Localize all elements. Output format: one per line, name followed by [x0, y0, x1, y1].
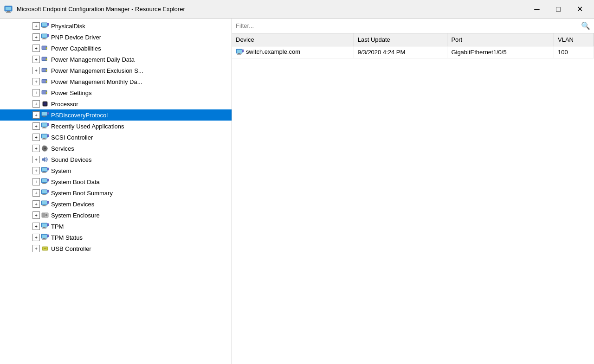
expand-button[interactable]: +	[32, 211, 40, 219]
tree-item-psdiscovery-protocol[interactable]: + PSDiscoveryProtocol	[0, 109, 232, 121]
svg-rect-108	[44, 248, 45, 249]
tree-item-system-enclosure[interactable]: + System Enclosure	[0, 210, 232, 221]
tree-item-label: PNP Device Driver	[51, 34, 101, 41]
svg-rect-95	[42, 224, 47, 227]
expand-button[interactable]: +	[32, 78, 40, 85]
tree-item-services[interactable]: + Services	[0, 143, 232, 154]
expand-button[interactable]: +	[32, 100, 40, 108]
svg-rect-53	[43, 127, 45, 128]
tree-item-label: System Devices	[51, 201, 94, 208]
tree-item-scsi-controller[interactable]: + SCSI Controller	[0, 132, 232, 143]
svg-rect-47	[43, 116, 45, 117]
filter-input[interactable]	[236, 22, 581, 29]
svg-rect-11	[42, 34, 47, 38]
svg-rect-88	[42, 206, 46, 206]
svg-rect-74	[42, 179, 47, 182]
tree-item-label: Power Management Monthly Da...	[51, 78, 142, 85]
close-button[interactable]: ✕	[569, 0, 590, 19]
tree-item-label: TPM	[51, 223, 64, 230]
tree-item-system-boot-summary[interactable]: + System Boot Summary	[0, 187, 232, 198]
computer-icon	[41, 111, 49, 119]
expand-button[interactable]: +	[32, 178, 40, 185]
expand-button[interactable]: +	[32, 167, 40, 174]
computer-icon	[41, 166, 49, 175]
tree-item-power-management-daily[interactable]: + Power Management Daily Data	[0, 54, 232, 65]
minimize-button[interactable]: ─	[526, 0, 548, 19]
computer-icon	[41, 178, 49, 186]
svg-rect-12	[43, 38, 45, 39]
expand-button[interactable]: +	[32, 223, 40, 230]
svg-rect-50	[48, 113, 49, 115]
tree-item-label: System	[51, 167, 71, 174]
expand-button[interactable]: +	[32, 122, 40, 130]
tree-item-processor[interactable]: + Processor	[0, 98, 232, 109]
svg-rect-56	[48, 124, 49, 126]
tree-item-usb-controller[interactable]: + USB Controller	[0, 243, 232, 254]
computer-icon	[41, 133, 49, 141]
expand-button[interactable]: +	[32, 67, 40, 74]
computer-icon	[41, 233, 49, 242]
svg-rect-103	[42, 239, 46, 240]
column-header-last_update: Last Update	[354, 33, 447, 46]
tree-item-system[interactable]: + System	[0, 165, 232, 176]
tree-item-label: Sound Devices	[51, 156, 91, 163]
svg-rect-46	[42, 112, 47, 115]
search-icon: 🔍	[581, 21, 590, 30]
svg-rect-5	[42, 23, 47, 26]
tree-item-system-devices[interactable]: + System Devices	[0, 198, 232, 210]
table-row[interactable]: switch.example.com9/3/2020 4:24 PMGigabi…	[232, 46, 594, 58]
tree-item-physical-disk[interactable]: + PhysicalDisk	[0, 20, 232, 32]
svg-rect-84	[48, 191, 49, 192]
svg-rect-6	[43, 27, 45, 28]
expand-button[interactable]: +	[32, 156, 40, 163]
svg-rect-9	[48, 24, 49, 26]
svg-point-93	[45, 214, 47, 216]
svg-rect-23	[42, 69, 46, 71]
expand-button[interactable]: +	[32, 111, 40, 119]
expand-button[interactable]: +	[32, 145, 40, 152]
usb-icon	[41, 244, 49, 253]
tree-item-label: System Boot Summary	[51, 190, 113, 197]
expand-button[interactable]: +	[32, 45, 40, 52]
svg-rect-111	[237, 50, 242, 53]
data-table[interactable]: DeviceLast UpdatePortVLAN switch.example…	[232, 33, 594, 364]
lightning-icon	[41, 77, 49, 86]
tree-item-power-capabilities[interactable]: + Power Capabilities	[0, 43, 232, 54]
main-container: + PhysicalDisk+ PNP Device Driver+ Power…	[0, 19, 594, 364]
svg-rect-112	[238, 53, 240, 54]
maximize-button[interactable]: □	[548, 0, 569, 19]
expand-button[interactable]: +	[32, 33, 40, 41]
tree-item-pnp-device-driver[interactable]: + PNP Device Driver	[0, 32, 232, 43]
svg-rect-97	[42, 228, 46, 229]
computer-icon	[41, 200, 49, 208]
svg-rect-2	[7, 11, 10, 12]
tree-item-power-settings[interactable]: + Power Settings	[0, 87, 232, 98]
expand-button[interactable]: +	[32, 200, 40, 208]
svg-rect-70	[42, 172, 46, 173]
tree-item-sound-devices[interactable]: + Sound Devices	[0, 154, 232, 165]
tree-item-label: Power Management Exclusion S...	[51, 67, 143, 74]
tree-item-tpm[interactable]: + TPM	[0, 221, 232, 232]
expand-button[interactable]: +	[32, 22, 40, 30]
tree-item-power-management-exclusion[interactable]: + Power Management Exclusion S...	[0, 65, 232, 76]
tree-item-tpm-status[interactable]: + TPM Status	[0, 232, 232, 243]
computer-icon	[41, 33, 49, 41]
computer-icon	[41, 189, 49, 197]
tree-item-system-boot-data[interactable]: + System Boot Data	[0, 176, 232, 187]
tree-scroll-area[interactable]: + PhysicalDisk+ PNP Device Driver+ Power…	[0, 19, 232, 364]
expand-button[interactable]: +	[32, 56, 40, 63]
tree-item-power-management-monthly[interactable]: + Power Management Monthly Da...	[0, 76, 232, 87]
sound-icon	[41, 155, 49, 164]
svg-rect-72	[48, 168, 49, 170]
enclosure-icon	[41, 211, 49, 219]
lightning-icon	[41, 89, 49, 97]
tree-item-label: TPM Status	[51, 234, 83, 241]
window-controls: ─ □ ✕	[526, 0, 590, 19]
expand-button[interactable]: +	[32, 189, 40, 197]
tree-item-recently-used-applications[interactable]: + Recently Used Applications	[0, 121, 232, 132]
expand-button[interactable]: +	[32, 234, 40, 241]
expand-button[interactable]: +	[32, 245, 40, 252]
results-table: DeviceLast UpdatePortVLAN switch.example…	[232, 33, 594, 58]
expand-button[interactable]: +	[32, 89, 40, 96]
expand-button[interactable]: +	[32, 134, 40, 141]
